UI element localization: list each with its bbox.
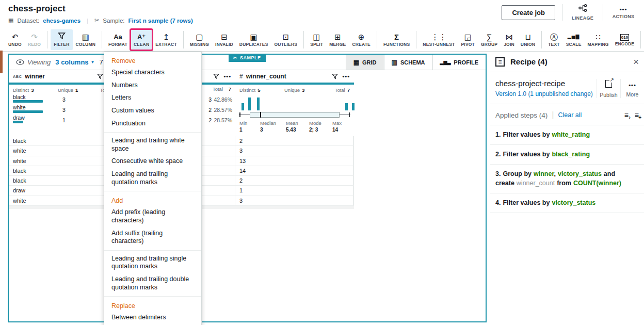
column-filter-icon[interactable] — [332, 73, 338, 79]
tab-grid[interactable]: ▦ GRID — [346, 55, 384, 70]
functions-button[interactable]: Σ FUNCTIONS — [380, 29, 413, 50]
invalid-button[interactable]: ⊟ INVALID — [212, 29, 236, 50]
menu-item-numbers[interactable]: Numbers — [104, 79, 201, 92]
split-icon: ◫ — [313, 32, 320, 41]
outliers-button[interactable]: ⊡ OUTLIERS — [271, 29, 301, 50]
sample-tag-icon: ✂ — [233, 55, 237, 60]
close-icon[interactable]: × — [633, 57, 639, 67]
column-menu-icon[interactable]: ••• — [223, 73, 231, 79]
join-button[interactable]: ⋈ JOIN — [501, 29, 518, 50]
dataset-link[interactable]: chess-games — [43, 18, 81, 24]
filter-button[interactable]: FILTER — [51, 29, 72, 50]
toolbar-divider — [377, 31, 377, 48]
clean-button[interactable]: A⁺ CLEAN — [131, 29, 152, 50]
histogram[interactable] — [238, 95, 351, 110]
text-icon: Ⓐ — [550, 32, 558, 41]
recipe-step-1[interactable]: 1.Filter values bywhite_rating — [490, 125, 644, 144]
schema-view-icon: ▥ — [392, 59, 397, 66]
menu-item-punctuation[interactable]: Punctuation — [104, 118, 201, 131]
distribution-bar — [13, 100, 43, 103]
string-type-icon: ABC — [13, 74, 22, 79]
union-button[interactable]: ⊔ UNION — [518, 29, 538, 50]
missing-button[interactable]: ▢ MISSING — [187, 29, 212, 50]
histogram-bar — [248, 98, 251, 110]
column-header-winner-count[interactable]: # winner_count ••• — [235, 70, 354, 83]
lineage-button[interactable]: LINEAGE — [569, 4, 596, 21]
create-button[interactable]: ⊕ CREATE — [349, 29, 374, 50]
breadcrumb: ▦ Dataset: chess-games | ✂ Sample: First… — [8, 17, 193, 24]
clear-all-link[interactable]: Clear all — [558, 111, 582, 119]
group-button[interactable]: ∑ GROUP — [478, 29, 501, 50]
menu-item-leading-trailing-double-quotes[interactable]: Leading and trailing double quotation ma… — [104, 273, 201, 294]
menu-item-add-suffix[interactable]: Add suffix (trailing characters) — [104, 228, 201, 248]
menu-item-leading-trailing-white-space[interactable]: Leading and trailing white space — [104, 135, 201, 155]
recipe-version-link[interactable]: Version 1.0 (1 unpublished change) — [495, 90, 597, 98]
viewing-label: Viewing — [16, 58, 51, 66]
nest-unnest-button[interactable]: ⋮⋮ NEST-UNNEST — [420, 29, 458, 50]
tab-profile[interactable]: ▂▆▃ PROFILE — [432, 55, 486, 70]
undo-button[interactable]: ↶ UNDO — [5, 29, 25, 50]
sample-link[interactable]: First n sample (7 rows) — [128, 18, 193, 24]
value-distribution-row[interactable]: white 3 — [9, 104, 119, 115]
steps-add-icon[interactable]: ≡ — [635, 111, 639, 119]
recipe-panel-icon: ≡ — [495, 57, 505, 67]
functions-icon: Σ — [394, 32, 399, 41]
scale-button[interactable]: ▂▅▇ SCALE — [563, 29, 585, 50]
mapping-button[interactable]: ∷ MAPPING — [585, 29, 612, 50]
duplicates-icon: ▣ — [250, 32, 257, 41]
winner-count-stats: Distinct5 Unique3 Total7 — [235, 85, 354, 94]
winner-stats: Distinct3 Unique1 Total7 — [9, 85, 119, 94]
recipe-panel: ≡ Recipe (4) × chess-project-recipe Vers… — [490, 52, 644, 325]
union-icon: ⊔ — [525, 32, 531, 41]
menu-item-leading-trailing-single-quotes[interactable]: Leading and trailing single quotation ma… — [104, 253, 201, 273]
create-job-button[interactable]: Create job — [502, 5, 555, 20]
merge-button[interactable]: ⊞ MERGE — [326, 29, 349, 50]
more-button[interactable]: ••• More — [620, 79, 644, 98]
recipe-name: chess-project-recipe — [495, 79, 597, 88]
toolbar-divider — [640, 31, 641, 48]
text-button[interactable]: Ⓐ TEXT — [545, 29, 563, 50]
steps-outline-icon[interactable]: ≡ — [624, 111, 629, 119]
numeric-stats: Min1 Median3 Mean5.43 Mode2; 3 Max14 — [235, 120, 354, 137]
left-accent-bar — [0, 51, 3, 73]
column-menu-icon[interactable]: ••• — [342, 73, 350, 79]
menu-item-custom-values[interactable]: Custom values — [104, 105, 201, 118]
menu-divider — [104, 132, 201, 133]
extract-icon: ↥ — [163, 32, 170, 41]
distribution-bar — [13, 110, 43, 113]
sample-label: Sample: — [103, 18, 124, 24]
format-button[interactable]: Aa FORMAT — [105, 29, 131, 50]
column-filter-icon[interactable] — [213, 73, 219, 79]
split-button[interactable]: ◫ SPLIT — [307, 29, 326, 50]
column-filter-icon[interactable] — [97, 73, 103, 79]
menu-divider — [104, 191, 201, 191]
menu-item-letters[interactable]: Letters — [104, 92, 201, 105]
column-header-winner[interactable]: ABC winner ••• — [9, 70, 119, 83]
sample-icon: ✂ — [94, 17, 99, 24]
menu-item-add-prefix[interactable]: Add prefix (leading characters) — [104, 206, 201, 227]
value-distribution-row[interactable]: black 3 — [9, 94, 119, 104]
recipe-step-2[interactable]: 2.Filter values byblack_rating — [490, 144, 644, 164]
missing-icon: ▢ — [196, 32, 203, 41]
menu-item-consecutive-white-space[interactable]: Consecutive white space — [104, 155, 201, 168]
columns-dropdown[interactable]: 3 columns▼ — [55, 58, 94, 66]
mapping-icon: ∷ — [595, 32, 601, 41]
extract-button[interactable]: ↥ EXTRACT — [152, 29, 180, 50]
recipe-step-4[interactable]: 4.Filter values byvictory_status — [490, 193, 644, 213]
column-icon: ▥ — [82, 32, 89, 41]
menu-item-leading-trailing-quotation-marks[interactable]: Leading and trailing quotation marks — [104, 168, 201, 189]
actions-button[interactable]: ••• ACTIONS — [610, 6, 637, 19]
recipe-step-3[interactable]: 3.Group bywinner,victory_statusand creat… — [490, 164, 644, 193]
duplicates-button[interactable]: ▣ DUPLICATES — [236, 29, 271, 50]
pivot-button[interactable]: ◲ PIVOT — [458, 29, 478, 50]
tab-schema[interactable]: ▥ SCHEMA — [384, 55, 432, 70]
clean-icon: A⁺ — [137, 32, 146, 41]
menu-item-special-characters[interactable]: Special characters — [104, 67, 201, 79]
menu-item-between-delimiters[interactable]: Between delimiters — [104, 312, 201, 324]
redo-button[interactable]: ↷ REDO — [25, 29, 44, 50]
publish-button[interactable]: Publish — [597, 79, 620, 98]
join-icon: ⋈ — [505, 32, 513, 41]
encode-button[interactable]: 010 ENCODE — [612, 29, 638, 50]
column-button[interactable]: ▥ COLUMN — [73, 29, 99, 50]
value-distribution-row[interactable]: draw 1 — [9, 115, 119, 125]
